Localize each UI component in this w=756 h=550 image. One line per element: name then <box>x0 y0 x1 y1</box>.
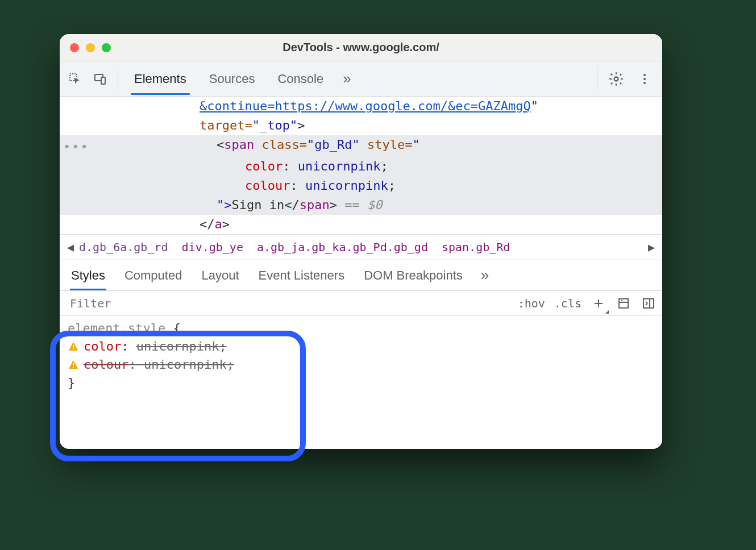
dom-url-fragment: &continue=https://www.google.com/&ec=GAZ… <box>200 99 531 113</box>
svg-rect-2 <box>101 77 105 84</box>
inspect-element-icon[interactable] <box>65 69 85 89</box>
svg-rect-10 <box>73 348 74 349</box>
styles-selector: element.style <box>68 321 165 335</box>
toolbar-divider <box>118 68 118 90</box>
styles-subtabs: Styles Computed Layout Event Listeners D… <box>60 260 662 291</box>
window-titlebar: DevTools - www.google.com/ <box>60 34 662 61</box>
svg-rect-8 <box>643 299 654 308</box>
gear-icon[interactable] <box>607 69 626 89</box>
svg-rect-12 <box>73 366 74 368</box>
subtab-styles[interactable]: Styles <box>70 261 106 290</box>
svg-rect-7 <box>619 299 628 308</box>
new-style-rule-button[interactable] <box>591 295 607 311</box>
tab-elements[interactable]: Elements <box>131 64 190 94</box>
subtabs-overflow-icon[interactable]: » <box>481 266 489 284</box>
style-declaration[interactable]: color: unicornpink; <box>68 338 654 356</box>
svg-point-5 <box>643 78 646 80</box>
breadcrumb-item[interactable]: d.gb_6a.gb_rd <box>79 240 168 254</box>
breadcrumb-scroll-left-icon[interactable]: ◀ <box>64 240 77 254</box>
styles-toolbar: :hov .cls <box>60 291 662 316</box>
devtools-window: DevTools - www.google.com/ Elements Sour… <box>60 34 662 449</box>
toggle-sidebar-icon[interactable] <box>641 295 657 311</box>
maximize-window-button[interactable] <box>102 43 111 52</box>
dom-target-attr: target= <box>200 118 252 132</box>
svg-point-4 <box>643 74 646 76</box>
subtab-layout[interactable]: Layout <box>200 261 240 290</box>
subtab-computed[interactable]: Computed <box>123 261 184 290</box>
breadcrumb-item-selected[interactable]: span.gb_Rd <box>442 240 510 254</box>
breadcrumb-item[interactable]: div.gb_ye <box>182 240 243 254</box>
subtab-event-listeners[interactable]: Event Listeners <box>257 261 346 290</box>
kebab-menu-icon[interactable] <box>635 69 654 89</box>
force-state-button[interactable]: :hov <box>518 295 545 311</box>
style-declaration[interactable]: colour: unicornpink; <box>68 356 654 374</box>
warning-icon <box>68 341 79 352</box>
styles-pane[interactable]: element.style { color: unicornpink; colo… <box>60 316 662 395</box>
breadcrumb-item[interactable]: a.gb_ja.gb_ka.gb_Pd.gb_gd <box>257 240 428 254</box>
tabs-overflow-icon[interactable]: » <box>343 70 351 88</box>
svg-rect-11 <box>73 363 74 366</box>
styles-close-brace: } <box>68 376 75 390</box>
svg-point-6 <box>643 82 646 84</box>
computed-styles-sidebar-icon[interactable] <box>616 295 632 311</box>
window-controls <box>70 43 111 52</box>
tab-console[interactable]: Console <box>274 64 327 94</box>
minimize-window-button[interactable] <box>86 43 95 52</box>
elements-tree[interactable]: &continue=https://www.google.com/&ec=GAZ… <box>60 97 662 234</box>
tab-sources[interactable]: Sources <box>206 64 259 94</box>
breadcrumb: ◀ d.gb_6a.gb_rd div.gb_ye a.gb_ja.gb_ka.… <box>60 234 662 260</box>
devtools-toolbar: Elements Sources Console » <box>60 61 662 97</box>
devtools-main-tabs: Elements Sources Console » <box>131 64 351 94</box>
styles-filter-input[interactable] <box>69 296 518 311</box>
toolbar-divider-right <box>597 68 597 90</box>
warning-icon <box>68 359 79 370</box>
svg-point-3 <box>614 77 618 81</box>
element-classes-button[interactable]: .cls <box>554 295 581 311</box>
breadcrumb-scroll-right-icon[interactable]: ▶ <box>645 240 658 254</box>
close-window-button[interactable] <box>70 43 79 52</box>
subtab-dom-breakpoints[interactable]: DOM Breakpoints <box>363 261 464 290</box>
window-title: DevTools - www.google.com/ <box>60 41 662 54</box>
device-toolbar-icon[interactable] <box>90 69 110 89</box>
expand-toggle-icon[interactable]: ••• <box>63 135 86 157</box>
svg-rect-9 <box>73 345 74 348</box>
elements-tree-selected-node[interactable]: ••• <span class="gb_Rd" style=" color: u… <box>60 135 662 215</box>
